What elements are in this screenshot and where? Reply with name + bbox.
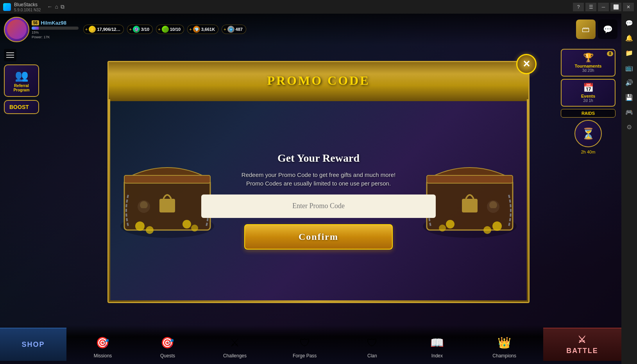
hamburger-menu[interactable]	[4, 49, 16, 61]
resource-silver[interactable]: + 💠 487	[222, 25, 246, 34]
bluestacks-title: BlueStacks	[14, 2, 41, 7]
back-icon[interactable]: ←	[47, 4, 52, 10]
hud-resources: + ⚡ 17,906/12… + 🔮 3/10 + 🌿 10/10 + 💎 3,…	[83, 25, 246, 34]
tournaments-widget[interactable]: 8 🏆 Tournaments 3d 20h	[561, 49, 616, 77]
nav-clan[interactable]: 🛡 Clan	[363, 333, 381, 361]
events-title: Events	[565, 94, 612, 98]
xp-label: 15%	[32, 30, 79, 34]
tournament-timer: 3d 20h	[565, 68, 612, 73]
battle-button[interactable]: ⚔ BATTLE	[543, 328, 621, 361]
champions-icon: 👑	[495, 333, 514, 352]
nav-quests[interactable]: 🎯 Quests	[158, 333, 177, 361]
chest-button[interactable]: 🗃	[576, 20, 596, 39]
boost-widget[interactable]: BOOST	[4, 100, 39, 114]
challenges-label: Challenges	[223, 353, 247, 359]
referral-label: ReferralProgram	[9, 84, 34, 92]
promo-modal-border: PROMO CODE	[107, 61, 530, 303]
close-button[interactable]: ✕	[623, 3, 634, 11]
resource-gem[interactable]: + 🔮 3/10	[127, 25, 153, 34]
bluestacks-logo	[3, 3, 11, 11]
window-controls: ? ☰ ─ ⬜ ✕	[573, 3, 634, 11]
index-label: Index	[431, 353, 443, 359]
gem-icon: 🔮	[133, 26, 140, 33]
player-level: 56	[32, 20, 39, 25]
svg-marker-0	[5, 5, 9, 8]
bluestacks-bar: BlueStacks 5.9.0.1061 N32 ← ⌂ ⧉ ? ☰ ─ ⬜ …	[0, 0, 637, 14]
forge-pass-icon: 🛡	[295, 333, 314, 352]
nav-challenges[interactable]: ⚔ Challenges	[223, 333, 247, 361]
player-info: 56 HilmKaz98 15% Power: 17K	[32, 20, 79, 39]
bluestacks-right-sidebar: 💬 🔔 📁 📺 🔊 💾 🎮 ⚙	[621, 14, 637, 364]
nav-items: 🎯 Missions 🎯 Quests ⚔ Challenges 🛡 Forge…	[66, 333, 543, 361]
events-icon: 📅	[565, 83, 612, 93]
tournament-count: 8	[607, 51, 613, 56]
clan-label: Clan	[367, 353, 377, 359]
sidebar-icon-1[interactable]: 💬	[623, 17, 635, 29]
referral-widget[interactable]: 👥 ReferralProgram	[4, 64, 39, 97]
hourglass-widget[interactable]: ⏳	[574, 120, 602, 147]
battle-label: BATTLE	[566, 347, 598, 355]
game-right-panel: 8 🏆 Tournaments 3d 20h 📅 Events 2d 1h RA…	[557, 45, 619, 158]
events-widget[interactable]: 📅 Events 2d 1h	[561, 79, 616, 107]
nav-index[interactable]: 📖 Index	[428, 333, 446, 361]
description-line2: Promo Codes are usually limited to one u…	[246, 180, 391, 187]
sidebar-icon-4[interactable]: 📺	[623, 61, 635, 74]
clan-icon: 🛡	[363, 333, 381, 352]
promo-code-input[interactable]	[201, 194, 436, 218]
sidebar-icon-8[interactable]: ⚙	[623, 121, 635, 133]
raids-label: RAIDS	[582, 111, 595, 116]
reward-title: Get Your Reward	[277, 152, 360, 164]
xp-bar-container	[32, 27, 79, 30]
minimize-button[interactable]: ─	[598, 3, 609, 11]
power-label: Power: 17K	[32, 35, 79, 39]
quests-label: Quests	[160, 353, 175, 359]
nav-champions[interactable]: 👑 Champions	[492, 333, 516, 361]
raids-widget[interactable]: RAIDS	[561, 109, 616, 118]
shop-button[interactable]: SHOP	[0, 328, 66, 361]
missions-icon: 🎯	[93, 333, 112, 352]
sidebar-icon-5[interactable]: 🔊	[623, 76, 635, 89]
reward-description: Redeem your Promo Code to get free gifts…	[242, 171, 395, 188]
sidebar-icon-6[interactable]: 💾	[623, 91, 635, 103]
close-icon: ✕	[522, 59, 530, 69]
promo-input-container[interactable]	[201, 194, 436, 218]
index-icon: 📖	[428, 333, 446, 352]
potion-icon: 🌿	[162, 26, 169, 33]
confirm-button[interactable]: Confirm	[244, 224, 393, 250]
silver-icon: 💠	[227, 26, 234, 33]
resource-gold[interactable]: + ⚡ 17,906/12…	[83, 25, 124, 34]
events-timer: 2d 1h	[565, 98, 612, 103]
champions-label: Champions	[492, 353, 516, 359]
challenges-icon: ⚔	[225, 333, 244, 352]
forge-pass-label: Forge Pass	[293, 353, 317, 359]
copy-icon[interactable]: ⧉	[61, 4, 64, 10]
missions-label: Missions	[94, 353, 112, 359]
tournament-title: Tournaments	[565, 64, 612, 68]
sidebar-icon-3[interactable]: 📁	[623, 46, 635, 59]
chat-button[interactable]: 💬	[598, 20, 617, 39]
home-icon[interactable]: ⌂	[55, 4, 58, 10]
sidebar-icon-2[interactable]: 🔔	[623, 32, 635, 44]
player-avatar[interactable]	[4, 17, 29, 42]
game-top-hud: 56 HilmKaz98 15% Power: 17K + ⚡ 17,906/1…	[0, 14, 621, 45]
confirm-label: Confirm	[299, 232, 338, 242]
menu-button[interactable]: ☰	[585, 3, 596, 11]
nav-missions[interactable]: 🎯 Missions	[93, 333, 112, 361]
help-button[interactable]: ?	[573, 3, 584, 11]
bluestacks-version: 5.9.0.1061 N32	[14, 8, 41, 12]
resource-energy[interactable]: + 💎 3,661K	[187, 25, 218, 34]
description-line1: Redeem your Promo Code to get free gifts…	[242, 171, 395, 178]
sidebar-icon-7[interactable]: 🎮	[623, 106, 635, 118]
shop-label: SHOP	[21, 341, 45, 349]
xp-bar	[32, 27, 39, 30]
player-name: HilmKaz98	[41, 20, 66, 26]
quests-icon: 🎯	[158, 333, 177, 352]
resource-potion[interactable]: + 🌿 10/10	[156, 25, 184, 34]
modal-close-button[interactable]: ✕	[516, 54, 537, 74]
tournament-icon: 🏆	[565, 53, 612, 63]
energy-icon: 💎	[193, 26, 200, 33]
promo-content: Get Your Reward Redeem your Promo Code t…	[109, 99, 528, 302]
maximize-button[interactable]: ⬜	[610, 3, 621, 11]
battle-sword-icon: ⚔	[578, 334, 587, 345]
nav-forge-pass[interactable]: 🛡 Forge Pass	[293, 333, 317, 361]
